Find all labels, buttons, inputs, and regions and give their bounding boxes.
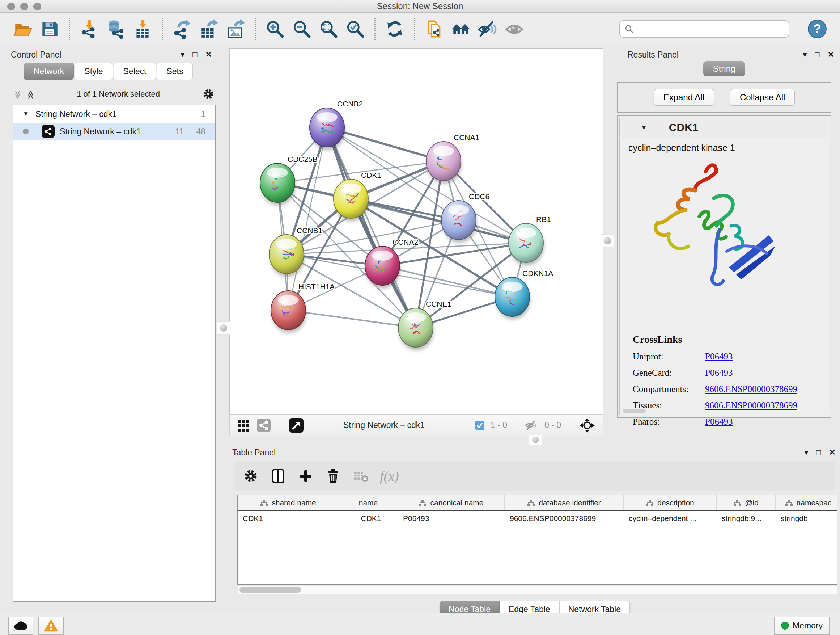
window-zoom-icon[interactable] — [33, 3, 41, 11]
panel-float-icon[interactable]: □ — [815, 50, 819, 59]
network-edge[interactable] — [327, 127, 416, 328]
delete-column-icon[interactable] — [325, 468, 341, 485]
network-node-ccnb2[interactable]: CCNB2 — [309, 100, 363, 150]
column-header-5[interactable]: @id — [717, 495, 775, 510]
network-row[interactable]: String Network – cdk1 11 48 — [13, 123, 215, 140]
delete-table-icon — [352, 468, 369, 485]
import-table-icon[interactable] — [131, 18, 154, 40]
window-close-icon[interactable] — [7, 3, 15, 11]
bottom-splitter-handle[interactable] — [529, 435, 542, 445]
window-minimize-icon[interactable] — [20, 3, 28, 11]
column-type-icon — [646, 499, 654, 507]
crosslink-tissues[interactable]: 9606.ENSP00000378699 — [705, 401, 797, 410]
network-selection-status: 1 of 1 Network selected — [35, 89, 202, 99]
right-splitter-handle[interactable] — [601, 234, 614, 247]
node-label: CCNA1 — [454, 133, 479, 141]
gear-icon[interactable] — [202, 88, 215, 101]
network-edge[interactable] — [288, 310, 416, 328]
table-cell: 9606.ENSP00000378699 — [505, 511, 624, 526]
network-node-cdc25b[interactable]: CDC25B — [260, 155, 317, 206]
table-settings-icon[interactable] — [242, 468, 259, 485]
network-node-hist1h1a[interactable]: HIST1H1A — [271, 282, 335, 333]
network-node-rb1[interactable]: RB1 — [508, 215, 551, 266]
warnings-button[interactable] — [38, 616, 64, 635]
left-splitter-handle[interactable] — [217, 321, 230, 334]
main-toolbar: ? — [0, 13, 840, 45]
crosslink-pharos[interactable]: P06493 — [705, 417, 733, 427]
tab-string[interactable]: String — [703, 61, 745, 76]
help-icon[interactable]: ? — [806, 18, 829, 40]
crosslink-compartments[interactable]: 9606.ENSP00000378699 — [705, 384, 797, 394]
column-header-4[interactable]: description — [624, 495, 717, 510]
tab-network[interactable]: Network — [24, 63, 74, 80]
show-all-icon[interactable] — [503, 18, 526, 40]
zoom-in-icon[interactable] — [264, 18, 286, 40]
refresh-icon[interactable] — [384, 18, 406, 40]
add-column-icon[interactable] — [297, 468, 314, 485]
entry-collapse-icon[interactable]: ▼ — [641, 124, 647, 131]
tree-expand-icon[interactable]: ▼ — [23, 111, 29, 118]
fit-content-icon[interactable] — [579, 417, 595, 434]
panel-float-icon[interactable]: □ — [193, 50, 197, 59]
column-header-2[interactable]: canonical name — [398, 495, 505, 510]
panel-menu-icon[interactable]: ▾ — [180, 50, 185, 59]
share-view-icon[interactable] — [256, 418, 271, 432]
save-session-icon[interactable] — [38, 18, 61, 40]
expand-all-button[interactable]: Expand All — [654, 89, 714, 106]
panel-close-icon[interactable]: ✕ — [205, 50, 212, 59]
crosslink-uniprot[interactable]: P06493 — [705, 352, 733, 362]
panel-close-icon[interactable]: ✕ — [829, 448, 836, 457]
clone-network-icon[interactable] — [423, 18, 445, 40]
protein-structure-image — [645, 158, 786, 303]
column-header-6[interactable]: namespac — [775, 495, 837, 510]
zoom-selected-icon[interactable] — [344, 18, 366, 40]
collapse-all-icon[interactable]: ≫ — [13, 90, 23, 98]
table-horizontal-scrollbar[interactable] — [238, 586, 837, 594]
hide-selected-icon[interactable] — [477, 18, 499, 40]
network-node-cdkn1a[interactable]: CDKN1A — [495, 269, 553, 320]
cloud-button[interactable] — [8, 616, 33, 635]
tab-style[interactable]: Style — [74, 63, 112, 80]
table-cell: cyclin–dependent ... — [624, 511, 717, 526]
network-collection-row[interactable]: ▼ String Network – cdk1 1 — [13, 105, 215, 123]
home-icon[interactable] — [450, 18, 472, 40]
panel-menu-icon[interactable]: ▾ — [803, 50, 807, 59]
results-scrollbar[interactable] — [622, 409, 646, 413]
panel-float-icon[interactable]: □ — [816, 448, 821, 457]
node-label: CDC25B — [287, 155, 317, 163]
column-header-3[interactable]: database identifier — [505, 495, 624, 510]
memory-button[interactable]: Memory — [774, 616, 830, 635]
results-panel-title: Results Panel — [627, 50, 679, 60]
network-status-dot — [23, 128, 28, 134]
selected-checkbox-icon[interactable] — [475, 420, 485, 431]
grid-mode-icon[interactable] — [237, 418, 251, 432]
protein-entry-header[interactable]: ▼ CDK1 — [619, 118, 829, 137]
import-database-icon[interactable] — [104, 18, 127, 40]
expand-all-icon[interactable]: ≪ — [26, 90, 36, 98]
collapse-all-button[interactable]: Collapse All — [730, 89, 795, 106]
column-header-1[interactable]: name — [339, 495, 398, 510]
node-label: CCNE1 — [426, 300, 452, 308]
network-node-ccna1[interactable]: CCNA1 — [426, 133, 479, 184]
export-network-icon[interactable] — [171, 18, 193, 40]
panel-menu-icon[interactable]: ▾ — [804, 448, 808, 457]
export-table-icon[interactable] — [197, 18, 220, 40]
open-session-icon[interactable] — [11, 18, 34, 40]
column-header-0[interactable]: shared name — [238, 495, 339, 510]
zoom-out-icon[interactable] — [291, 18, 313, 40]
table-row[interactable]: CDK1CDK1P064939606.ENSP00000378699cyclin… — [238, 511, 837, 526]
tab-sets[interactable]: Sets — [156, 63, 193, 80]
panel-close-icon[interactable]: ✕ — [828, 50, 834, 59]
zoom-fit-icon[interactable] — [317, 18, 340, 40]
select-columns-icon[interactable] — [270, 468, 286, 485]
tab-select[interactable]: Select — [114, 63, 156, 80]
crosslink-genecard[interactable]: P06493 — [705, 368, 733, 378]
import-network-icon[interactable] — [78, 18, 100, 40]
window-title: Session: New Session — [0, 1, 840, 11]
export-image-icon[interactable] — [224, 18, 247, 40]
network-canvas[interactable]: CCNB2CCNA1CDC25BCDK1CDC6RB1CCNB1CCNA2CDK… — [229, 48, 603, 414]
birdseye-view-icon[interactable] — [289, 418, 304, 433]
search-input[interactable] — [634, 24, 784, 34]
network-edge[interactable] — [382, 266, 512, 297]
search-icon — [624, 24, 634, 34]
